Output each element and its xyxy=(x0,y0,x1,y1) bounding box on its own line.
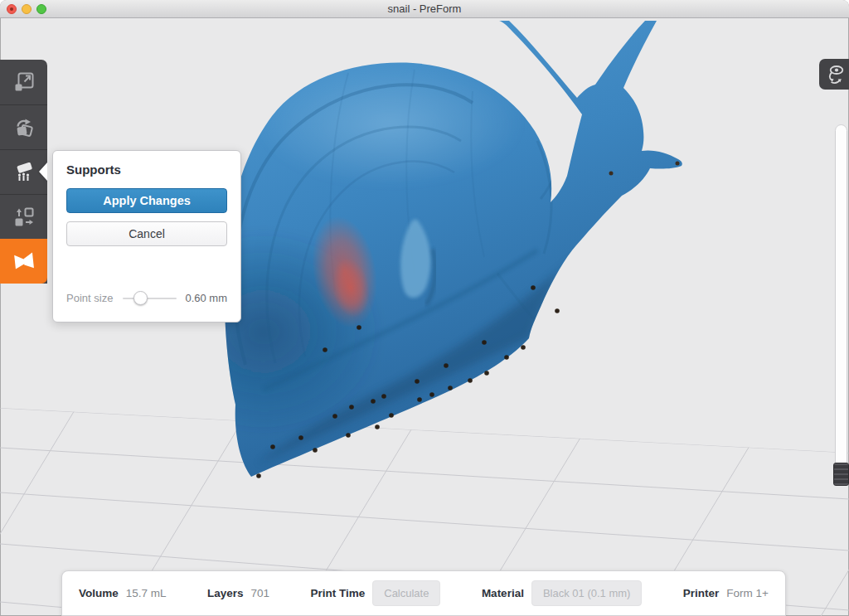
stat-printer: Printer Form 1+ xyxy=(683,587,769,599)
view-rotate-button[interactable] xyxy=(819,59,849,90)
point-size-row: Point size 0.60 mm xyxy=(66,291,227,305)
point-size-slider-thumb[interactable] xyxy=(133,291,148,305)
scale-tool-button[interactable] xyxy=(0,60,47,104)
traffic-lights xyxy=(7,4,46,14)
butterfly-icon xyxy=(13,250,35,272)
rotate-icon xyxy=(14,118,34,138)
material-button[interactable]: Black 01 (0.1 mm) xyxy=(531,580,642,606)
layout-tool-button[interactable] xyxy=(0,194,47,239)
zoom-button[interactable] xyxy=(36,4,46,14)
status-bar: Volume 15.7 mL Layers 701 Print Time Cal… xyxy=(61,570,786,616)
orbit-view-icon xyxy=(823,64,845,85)
slider-track[interactable] xyxy=(123,298,177,299)
material-label: Material xyxy=(482,587,524,599)
stat-material: Material Black 01 (0.1 mm) xyxy=(482,580,643,606)
print-time-label: Print Time xyxy=(310,587,365,599)
panel-pointer-arrow xyxy=(39,162,47,181)
cancel-button[interactable]: Cancel xyxy=(66,221,227,246)
minimize-button[interactable] xyxy=(22,4,32,14)
preform-window: snail - PreForm xyxy=(0,0,849,616)
layer-slider-handle[interactable] xyxy=(833,463,849,486)
apply-changes-button[interactable]: Apply Changes xyxy=(66,188,227,213)
stat-layers: Layers 701 xyxy=(207,587,269,599)
panel-title: Supports xyxy=(66,162,227,177)
layers-label: Layers xyxy=(207,587,244,599)
printer-value: Form 1+ xyxy=(726,587,769,599)
point-size-value: 0.60 mm xyxy=(185,292,227,304)
orient-tool-button[interactable] xyxy=(0,104,47,149)
layout-icon xyxy=(14,207,34,227)
volume-value: 15.7 mL xyxy=(126,587,167,599)
window-title: snail - PreForm xyxy=(388,2,462,15)
stat-print-time: Print Time Calculate xyxy=(310,580,440,606)
volume-label: Volume xyxy=(79,587,119,599)
titlebar: snail - PreForm xyxy=(0,0,849,18)
layer-slider-track[interactable] xyxy=(835,124,847,476)
point-size-slider[interactable] xyxy=(123,291,177,305)
printer-label: Printer xyxy=(683,587,720,599)
layers-value: 701 xyxy=(251,587,270,599)
point-size-label: Point size xyxy=(66,292,113,304)
close-button[interactable] xyxy=(7,4,17,14)
calculate-button[interactable]: Calculate xyxy=(372,580,440,606)
print-tool-button[interactable] xyxy=(0,239,47,284)
supports-icon xyxy=(14,162,34,182)
scale-icon xyxy=(14,72,34,92)
supports-panel: Supports Apply Changes Cancel Point size… xyxy=(52,150,241,323)
stat-volume: Volume 15.7 mL xyxy=(79,587,167,599)
